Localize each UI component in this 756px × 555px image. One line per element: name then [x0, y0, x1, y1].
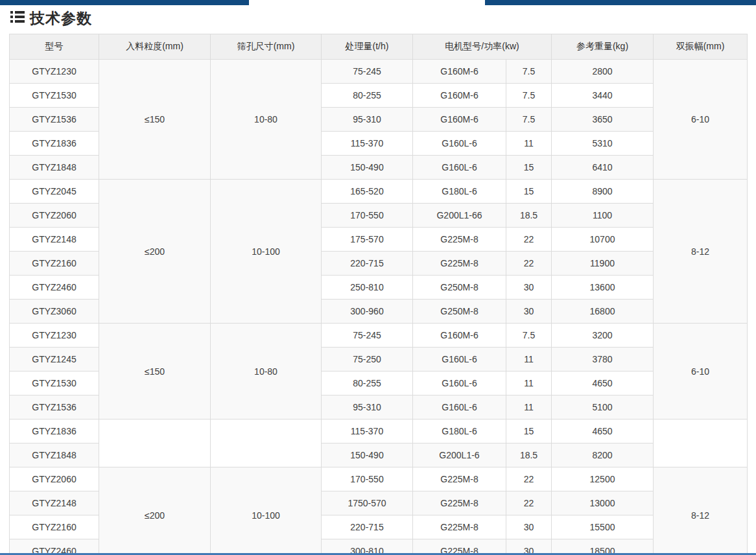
capacity-cell: 1750-570: [322, 491, 413, 515]
model-cell: GTYZ2060: [10, 204, 99, 228]
model-cell: GTYZ1848: [10, 156, 99, 180]
model-cell: GTYZ1836: [10, 132, 99, 156]
header-weight: 参考重量(kg): [552, 34, 654, 60]
header-motor-power: 电机型号/功率(kw): [413, 34, 552, 60]
feed-size-cell: [99, 419, 211, 467]
table-row: GTYZ1230 ≤150 10-80 75-245 G160M-6 7.5 3…: [10, 324, 748, 348]
sieve-size-cell: 10-80: [211, 324, 322, 419]
weight-cell: 2800: [552, 60, 654, 84]
motor-cell: G225M-8: [413, 228, 506, 252]
model-cell: GTYZ1530: [10, 84, 99, 108]
capacity-cell: 300-960: [322, 300, 413, 324]
amplitude-cell: [654, 419, 748, 467]
power-cell: 18.5: [506, 204, 552, 228]
capacity-cell: 75-245: [322, 60, 413, 84]
table-row: GTYZ1836 115-370 G180L-6 15 4650: [10, 419, 748, 443]
motor-cell: G200L1-6: [413, 443, 506, 467]
motor-cell: G160L-6: [413, 132, 506, 156]
header-amplitude: 双振幅(mm): [654, 34, 748, 60]
model-cell: GTYZ1245: [10, 348, 99, 372]
power-cell: 7.5: [506, 108, 552, 132]
model-cell: GTYZ2060: [10, 467, 99, 491]
weight-cell: 6410: [552, 156, 654, 180]
capacity-cell: 115-370: [322, 132, 413, 156]
weight-cell: 12500: [552, 467, 654, 491]
sieve-size-cell: 10-100: [211, 467, 322, 555]
motor-cell: G250M-8: [413, 276, 506, 300]
feed-size-cell: ≤150: [99, 60, 211, 180]
motor-cell: G160L-6: [413, 372, 506, 396]
power-cell: 15: [506, 419, 552, 443]
amplitude-cell: 6-10: [654, 324, 748, 419]
weight-cell: 3440: [552, 84, 654, 108]
model-cell: GTYZ1848: [10, 443, 99, 467]
topbar-left-segment: [0, 0, 249, 5]
spec-table-container: 型号 入料粒度(mm) 筛孔尺寸(mm) 处理量(t/h) 电机型号/功率(kw…: [9, 34, 748, 555]
weight-cell: 5100: [552, 396, 654, 419]
capacity-cell: 170-550: [322, 204, 413, 228]
topbar-right-segment: [485, 0, 756, 5]
amplitude-cell: 8-12: [654, 467, 748, 555]
motor-cell: G160L-6: [413, 348, 506, 372]
model-cell: GTYZ1536: [10, 108, 99, 132]
power-cell: 7.5: [506, 324, 552, 348]
model-cell: GTYZ3060: [10, 300, 99, 324]
capacity-cell: 175-570: [322, 228, 413, 252]
power-cell: 22: [506, 252, 552, 276]
model-cell: GTYZ2160: [10, 515, 99, 539]
power-cell: 22: [506, 467, 552, 491]
motor-cell: G160M-6: [413, 60, 506, 84]
motor-cell: G180L-6: [413, 180, 506, 204]
capacity-cell: 220-715: [322, 252, 413, 276]
power-cell: 11: [506, 348, 552, 372]
model-cell: GTYZ1530: [10, 372, 99, 396]
capacity-cell: 170-550: [322, 467, 413, 491]
weight-cell: 10700: [552, 228, 654, 252]
weight-cell: 8200: [552, 443, 654, 467]
header-capacity: 处理量(t/h): [322, 34, 413, 60]
power-cell: 11: [506, 396, 552, 419]
power-cell: 11: [506, 372, 552, 396]
capacity-cell: 80-255: [322, 84, 413, 108]
motor-cell: G160L-6: [413, 396, 506, 419]
weight-cell: 13000: [552, 491, 654, 515]
power-cell: 30: [506, 515, 552, 539]
amplitude-cell: 6-10: [654, 60, 748, 180]
weight-cell: 3780: [552, 348, 654, 372]
model-cell: GTYZ1536: [10, 396, 99, 419]
capacity-cell: 95-310: [322, 108, 413, 132]
motor-cell: G160M-6: [413, 84, 506, 108]
power-cell: 22: [506, 228, 552, 252]
sieve-size-cell: 10-80: [211, 60, 322, 180]
power-cell: 15: [506, 156, 552, 180]
power-cell: 18.5: [506, 443, 552, 467]
power-cell: 30: [506, 276, 552, 300]
power-cell: 15: [506, 180, 552, 204]
feed-size-cell: ≤150: [99, 324, 211, 419]
motor-cell: G160M-6: [413, 108, 506, 132]
table-row: GTYZ1230 ≤150 10-80 75-245 G160M-6 7.5 2…: [10, 60, 748, 84]
weight-cell: 13600: [552, 276, 654, 300]
motor-cell: G225M-8: [413, 491, 506, 515]
model-cell: GTYZ1836: [10, 419, 99, 443]
capacity-cell: 75-245: [322, 324, 413, 348]
capacity-cell: 75-250: [322, 348, 413, 372]
capacity-cell: 250-810: [322, 276, 413, 300]
motor-cell: G160M-6: [413, 324, 506, 348]
weight-cell: 4650: [552, 372, 654, 396]
spec-table: 型号 入料粒度(mm) 筛孔尺寸(mm) 处理量(t/h) 电机型号/功率(kw…: [9, 34, 748, 555]
capacity-cell: 165-520: [322, 180, 413, 204]
header-model: 型号: [10, 34, 99, 60]
power-cell: 30: [506, 300, 552, 324]
weight-cell: 16800: [552, 300, 654, 324]
motor-cell: G225M-8: [413, 252, 506, 276]
model-cell: GTYZ2045: [10, 180, 99, 204]
table-row: GTYZ2060 ≤200 10-100 170-550 G225M-8 22 …: [10, 467, 748, 491]
capacity-cell: 115-370: [322, 419, 413, 443]
list-icon: [10, 10, 25, 26]
table-row: GTYZ2045 ≤200 10-100 165-520 G180L-6 15 …: [10, 180, 748, 204]
model-cell: GTYZ1230: [10, 60, 99, 84]
weight-cell: 8900: [552, 180, 654, 204]
amplitude-cell: 8-12: [654, 180, 748, 324]
capacity-cell: 150-490: [322, 156, 413, 180]
